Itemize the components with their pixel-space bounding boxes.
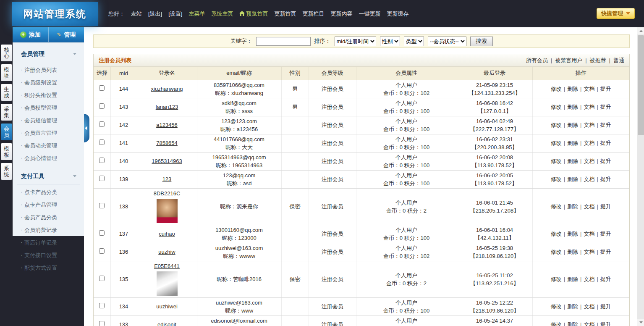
quick-manage-button[interactable]: 快捷管理 (597, 8, 635, 19)
sidebar-section-header[interactable]: 会员管理 (17, 47, 80, 62)
action-promote[interactable]: 提升 (600, 321, 611, 326)
member-filter-link[interactable]: 被禁言用户 (555, 57, 582, 64)
action-doc[interactable]: 文档 (584, 86, 594, 92)
action-edit[interactable]: 修改 (551, 104, 562, 110)
action-edit[interactable]: 修改 (551, 249, 562, 255)
scroll-down-icon[interactable] (637, 319, 644, 326)
action-promote[interactable]: 提升 (600, 104, 611, 110)
member-login-link[interactable]: 7858654 (156, 140, 178, 146)
action-promote[interactable]: 提升 (600, 231, 611, 237)
action-delete[interactable]: 删除 (567, 276, 578, 282)
member-filter-link[interactable]: 普通 (613, 57, 624, 64)
action-edit[interactable]: 修改 (551, 176, 562, 182)
row-checkbox[interactable] (99, 103, 105, 109)
action-doc[interactable]: 文档 (584, 321, 594, 326)
row-checkbox[interactable] (99, 230, 105, 236)
action-doc[interactable]: 文档 (584, 122, 594, 128)
action-edit[interactable]: 修改 (551, 122, 562, 128)
action-delete[interactable]: 删除 (567, 86, 578, 92)
action-edit[interactable]: 修改 (551, 158, 562, 164)
action-promote[interactable]: 提升 (600, 203, 611, 210)
action-doc[interactable]: 文档 (584, 158, 594, 164)
member-login-link[interactable]: lanan123 (156, 104, 178, 110)
sidebar-item[interactable]: 配货方式设置 (13, 262, 84, 274)
member-login-link[interactable]: uuzhiwei (156, 303, 178, 310)
action-edit[interactable]: 修改 (551, 140, 562, 146)
member-login-link[interactable]: 1965314963 (152, 158, 182, 164)
action-delete[interactable]: 删除 (567, 140, 578, 146)
sidebar-item[interactable]: 积分头衔设置 (13, 89, 84, 102)
sort-select[interactable]: mid/注册时间 (335, 37, 376, 46)
status-select[interactable]: --会员状态-- (428, 37, 466, 46)
sidebar-item[interactable]: 注册会员列表 (13, 64, 84, 76)
sidebar-item[interactable]: 商店订单记录 (13, 237, 84, 249)
nav-item[interactable]: 更新首页 (274, 10, 296, 18)
row-checkbox[interactable] (99, 121, 105, 127)
gender-select[interactable]: 性别 (380, 37, 400, 46)
row-checkbox[interactable] (99, 203, 105, 208)
sidebar-item[interactable]: 会员消费记录 (13, 224, 84, 237)
action-promote[interactable]: 提升 (600, 122, 611, 128)
action-promote[interactable]: 提升 (600, 140, 611, 146)
action-edit[interactable]: 修改 (551, 276, 562, 282)
action-doc[interactable]: 文档 (584, 176, 594, 182)
rail-tab-collect[interactable]: 采 集 (1, 104, 12, 121)
rail-tab-core[interactable]: 核 心 (1, 45, 12, 61)
action-delete[interactable]: 删除 (567, 249, 578, 255)
rail-tab-module[interactable]: 模 块 (1, 64, 12, 81)
sidebar-item[interactable]: 点卡产品管理 (13, 199, 84, 211)
nav-item[interactable]: 更新缓存 (387, 10, 408, 18)
action-promote[interactable]: 提升 (600, 176, 611, 182)
nav-item[interactable]: 左菜单 (188, 10, 205, 18)
member-login-link[interactable]: cuihao (159, 231, 175, 237)
manage-button[interactable]: ✎ 管理 (48, 27, 84, 42)
action-promote[interactable]: 提升 (600, 276, 611, 282)
member-login-link[interactable]: uuzhiw (158, 249, 175, 255)
row-checkbox[interactable] (99, 248, 105, 254)
action-edit[interactable]: 修改 (551, 86, 562, 92)
action-delete[interactable]: 删除 (567, 158, 578, 164)
scroll-up-icon[interactable] (637, 27, 644, 34)
action-doc[interactable]: 文档 (584, 276, 594, 282)
action-doc[interactable]: 文档 (584, 104, 594, 110)
row-checkbox[interactable] (99, 303, 105, 308)
add-button[interactable]: + 添加 (13, 27, 48, 42)
action-edit[interactable]: 修改 (551, 303, 562, 310)
action-edit[interactable]: 修改 (551, 203, 562, 210)
sidebar-item[interactable]: 会员心情管理 (13, 152, 84, 165)
action-delete[interactable]: 删除 (567, 303, 578, 310)
member-login-link[interactable]: E05E6441 (154, 263, 180, 269)
sidebar-item[interactable]: 会员动态管理 (13, 139, 84, 152)
nav-item[interactable]: 更新内容 (330, 10, 352, 18)
rail-tab-system[interactable]: 系 统 (1, 163, 12, 180)
row-checkbox[interactable] (99, 276, 105, 281)
sidebar-collapse-handle[interactable] (84, 114, 89, 142)
action-doc[interactable]: 文档 (584, 203, 594, 210)
nav-item[interactable]: [退出] (148, 10, 162, 18)
action-delete[interactable]: 删除 (567, 176, 578, 182)
member-login-link[interactable]: edisonit (157, 321, 176, 326)
sidebar-item[interactable]: 会员短信管理 (13, 114, 84, 127)
nav-item[interactable]: [设置] (168, 10, 182, 18)
action-promote[interactable]: 提升 (600, 249, 611, 255)
sidebar-item[interactable]: 会员留言管理 (13, 127, 84, 139)
nav-item[interactable]: 更新栏目 (302, 10, 324, 18)
action-delete[interactable]: 删除 (567, 321, 578, 326)
rail-tab-member[interactable]: 会 员 (1, 124, 12, 140)
action-delete[interactable]: 删除 (567, 104, 578, 110)
action-doc[interactable]: 文档 (584, 303, 594, 310)
row-checkbox[interactable] (99, 176, 105, 181)
sidebar-item[interactable]: 支付接口设置 (13, 249, 84, 262)
scrollbar-thumb[interactable] (638, 35, 644, 135)
action-promote[interactable]: 提升 (600, 158, 611, 164)
member-login-link[interactable]: a123456 (156, 122, 178, 128)
type-select[interactable]: 类型 (404, 37, 424, 46)
action-delete[interactable]: 删除 (567, 122, 578, 128)
action-doc[interactable]: 文档 (584, 231, 594, 237)
row-checkbox[interactable] (99, 85, 105, 91)
row-checkbox[interactable] (99, 139, 105, 145)
member-login-link[interactable]: xiuzhanwang (151, 86, 183, 92)
sidebar-item[interactable]: 会员级别设置 (13, 76, 84, 89)
sidebar-item[interactable]: 点卡产品分类 (13, 186, 84, 199)
row-checkbox[interactable] (99, 158, 105, 163)
